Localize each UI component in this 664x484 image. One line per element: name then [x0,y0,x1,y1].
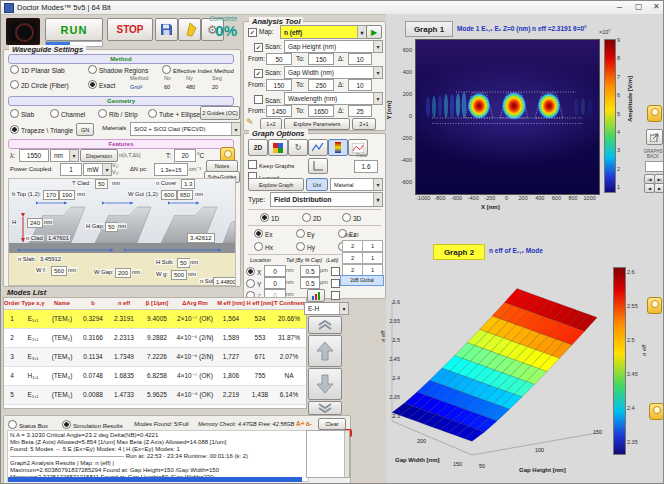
radio-exact[interactable]: Exact [88,80,115,89]
map-dropdown[interactable]: n (eff) [280,25,367,39]
radio-channel[interactable]: Channel [50,109,85,118]
radio-loc-x[interactable]: X [246,267,261,276]
uni-button[interactable]: Uni [306,178,328,191]
colorbar-icon-button[interactable] [328,139,348,156]
rotate-icon-button[interactable]: ↻ [288,139,308,156]
table-row[interactable]: 1E₁,₁(TEM₁)0.32942.31919.40052×10⁻⁷ (OK)… [4,310,306,329]
column-header[interactable]: ΔArg Rtn [174,298,216,309]
column-header[interactable]: H eff [nm] [246,298,274,309]
mini-cell[interactable]: 1 [362,252,383,264]
column-header[interactable]: n eff [108,298,140,309]
column-header[interactable]: Order [4,298,20,309]
loc-x-input[interactable]: 0 [264,265,286,277]
radio-loc-y[interactable]: Y [246,279,261,288]
mini-table-footer[interactable]: 2dB Global [340,275,384,286]
radio-1d[interactable]: 1D [260,213,279,222]
radio-2d-circle-fiber[interactable]: 2D Circle (Fiber) [10,80,69,89]
lamp-icon[interactable] [649,403,664,420]
column-header[interactable]: Name [46,298,78,309]
scroll-bottom-button[interactable] [308,401,342,415]
lamp-icon[interactable] [647,297,662,314]
graph1-plot[interactable] [415,39,600,195]
font-up-button[interactable]: A+ [296,420,305,427]
table-row[interactable]: 5E₅,₁(TEM₅)0.00881.47335.96254×10⁻⁵ (OK)… [4,386,306,405]
lambda-unit-dropdown[interactable]: nm [50,149,79,162]
graph2-plot[interactable] [387,259,622,481]
keep-graphs-checkbox[interactable]: Keep Graphs [248,160,294,169]
scan1-from-input[interactable]: 50 [266,53,292,65]
table-row[interactable]: 2E₂,₁(TEM₂)0.31662.23139.28824×10⁻⁵ (2/N… [4,329,306,348]
radio-hx[interactable]: Hx [254,242,273,251]
gn-button[interactable]: GN [76,123,94,136]
eh-dropdown[interactable]: E-H [304,302,349,315]
scan1-param-dropdown[interactable]: Gap Height (nm) [284,40,383,53]
two-guides-button[interactable]: 2 Guides (OC) [200,106,240,120]
radio-ex[interactable]: Ex [254,229,273,238]
scan3-checkbox[interactable]: Scan: [254,95,282,104]
scan1-checkbox[interactable]: Scan: [254,43,282,52]
material-dropdown[interactable]: Material [330,178,383,191]
column-header[interactable]: Type x,y [20,298,46,309]
run-map-button[interactable]: ▶ [366,25,382,39]
radio-slab[interactable]: Slab [10,109,34,118]
scan2-checkbox[interactable]: Scan: [254,69,282,78]
table-row[interactable]: 3E₃,₁(TEM₃)0.11341.73497.22264×10⁻⁵ (2/N… [4,348,306,367]
lambda-input[interactable]: 1550 [19,149,49,162]
scan3-from-input[interactable]: 1450 [266,105,292,117]
column-header[interactable]: T Confinement [274,298,304,309]
scan2-param-dropdown[interactable]: Gap Width (nm) [284,66,383,79]
radio-tube-ellipse[interactable]: Tube + Ellipse [148,109,200,118]
radio-status-box[interactable]: Status Box [8,420,48,429]
radio-hy[interactable]: Hy [296,242,315,251]
stop-button[interactable]: STOP [107,18,153,41]
scroll-top-button[interactable] [308,316,342,334]
export-graph-button[interactable] [646,129,663,145]
loc-y-input[interactable]: 0 [264,277,286,289]
radio-effective-index[interactable]: Effective Index Method [162,65,234,74]
radio-1d-planar-slab[interactable]: 1D Planar Slab [10,65,65,74]
lamp-icon[interactable] [647,105,662,122]
scan2-from-input[interactable]: 150 [266,79,292,91]
scan3-to-input[interactable]: 1650 [308,105,334,117]
radio-trapeze-triangle[interactable]: Trapeze \ Triangle [10,125,73,134]
radio-shadow-regions[interactable]: Shadow Regions [88,65,148,74]
radio-simulation-results[interactable]: Simulation Results [62,420,123,429]
maximize-button[interactable]: ▢ [635,2,643,11]
font-down-button[interactable]: a- [306,420,312,427]
mode-chart-button[interactable] [307,289,325,302]
mini-cell[interactable]: 1 [362,240,383,252]
lab-z-checkbox[interactable] [331,291,342,300]
two-one-button[interactable]: 2+1 [352,118,376,130]
nav-next-button[interactable]: ▶ [654,183,664,193]
type-dropdown[interactable]: Field Distribution [270,192,383,207]
dn-input[interactable]: 1.3e+15 [154,163,188,176]
explore-graph-button[interactable]: Explore Graph [248,178,304,191]
column-header[interactable]: b [78,298,108,309]
tail-y-input[interactable]: 0.5 [300,277,320,289]
table-row[interactable]: 4H₁,₁(TEM₄)0.07481.68356.82584×10⁻⁷ (OK)… [4,367,306,386]
materials-dropdown[interactable]: SiO2 + SiO2 Clad (PECVD) [130,122,241,136]
graph2-chip[interactable]: Graph 2 [433,244,485,260]
radio-2d[interactable]: 2D [302,213,321,222]
tail-x-input[interactable]: 0.5 [300,265,320,277]
pencil-icon[interactable]: ✎ [246,117,254,127]
clear-button[interactable]: Clear [318,418,346,430]
scan3-param-dropdown[interactable]: Wavelength (nm) [284,92,383,105]
power-input[interactable]: 1 [60,163,82,176]
plot-2d-icon-button[interactable]: 2D [248,139,268,156]
graph1-chip[interactable]: Graph 1 [405,21,453,37]
palette-icon-button[interactable] [268,139,288,156]
dispersion-button[interactable]: Dispersion [80,149,118,162]
axes-icon-button[interactable] [308,158,328,174]
scan2-delta-input[interactable]: 10 [348,79,372,91]
close-button[interactable]: ✕ [653,2,660,11]
temp-input[interactable]: 20 [174,149,196,162]
scan2-to-input[interactable]: 250 [308,79,334,91]
power-unit-dropdown[interactable]: mW [83,163,112,176]
graphs-back-box[interactable] [645,161,664,172]
ratio-spinner[interactable]: 1.6 [354,160,378,173]
scan3-delta-input[interactable]: 25 [348,105,372,117]
radio-ey[interactable]: Ey [296,229,315,238]
minimize-button[interactable]: – [617,2,622,12]
mini-cell[interactable]: 2 [342,252,363,264]
